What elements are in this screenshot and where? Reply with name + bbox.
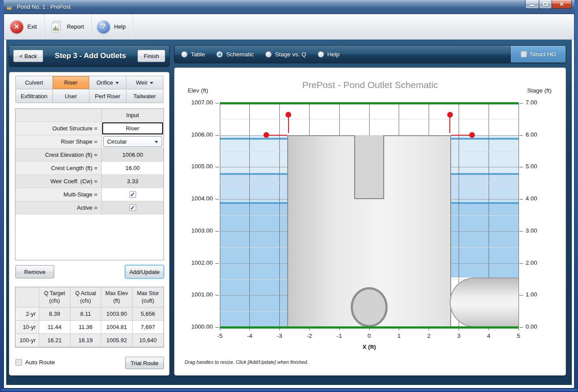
outlet-tab-orifice[interactable]: Orifice — [89, 76, 126, 89]
close-button[interactable]: ✕ — [552, 0, 572, 9]
left-axis-label: 1005.00 — [185, 163, 213, 170]
drag-handle[interactable] — [285, 112, 291, 118]
right-axis-tick — [519, 327, 523, 328]
results-value: 1005.92 — [101, 334, 133, 347]
x-axis-tick — [459, 328, 459, 330]
radio-icon — [181, 51, 188, 58]
finish-button[interactable]: Finish — [137, 50, 165, 62]
outlet-tab-riser[interactable]: Riser — [53, 76, 90, 89]
x-axis-label: 3 — [450, 333, 467, 339]
view-radios: TableSchematicStage vs. QHelp — [174, 51, 340, 58]
results-column-header: Q Actual(cfs) — [70, 287, 102, 307]
x-axis-tick — [369, 328, 370, 330]
outlet-tab-weir[interactable]: Weir — [126, 76, 163, 89]
input-label: Weir Coeff. (Cw) = — [15, 175, 102, 188]
x-axis-label: 1 — [390, 333, 408, 339]
right-axis-label: 1.00 — [526, 291, 548, 298]
x-axis-tick — [220, 328, 220, 330]
struct-hg-checkbox[interactable] — [521, 51, 527, 57]
drag-handle[interactable] — [263, 132, 269, 138]
auto-route-checkbox[interactable] — [15, 359, 22, 366]
remove-button[interactable]: Remove — [15, 265, 54, 278]
view-radio-help[interactable]: Help — [318, 51, 340, 58]
left-axis-label: 1006.00 — [185, 131, 213, 138]
right-axis-tick — [519, 295, 523, 296]
results-value: 11.44 — [39, 321, 70, 334]
left-axis-tick — [215, 295, 219, 296]
wizard-title: Step 3 - Add Outlets — [55, 52, 126, 60]
help-button[interactable]: ? Help — [92, 14, 133, 39]
input-header-row: Input — [15, 109, 163, 122]
x-axis-tick — [339, 328, 340, 330]
input-row-active: Active =✓ — [15, 201, 163, 214]
input-checkbox[interactable]: ✓ — [130, 191, 136, 198]
results-column-header: Q Target(cfs) — [39, 287, 70, 307]
right-axis-label: 6.00 — [526, 131, 548, 138]
input-table: InputOutlet Structure =RiserRiser Shape … — [15, 108, 164, 260]
trial-route-button[interactable]: Trial Route — [125, 357, 164, 369]
add-update-button[interactable]: Add/Update — [125, 265, 164, 278]
outlet-tab-perf-riser[interactable]: Perf Riser — [89, 89, 126, 103]
content-frame: < Back Step 3 - Add Outlets Finish Culve… — [4, 40, 574, 388]
toolbar: ✕ Exit Report ? Help — [4, 14, 574, 40]
right-axis-tick — [519, 263, 523, 264]
x-axis-label: -4 — [241, 333, 259, 339]
outlet-tab-user[interactable]: User — [53, 89, 90, 103]
input-row-crest-length-ft: Crest Length (ft) =16.00 — [15, 162, 163, 175]
water-layer — [220, 202, 287, 327]
left-axis-label: 1002.00 — [185, 259, 213, 266]
x-axis-label: 2 — [420, 333, 438, 339]
x-axis-tick — [519, 328, 519, 330]
results-header-blank — [15, 287, 39, 307]
input-value-field[interactable]: ✓ — [102, 188, 163, 201]
view-radio-schematic[interactable]: Schematic — [216, 51, 254, 58]
input-value-field[interactable]: Riser — [102, 122, 163, 135]
input-label: Crest Length (ft) = — [15, 162, 102, 174]
input-value-field[interactable]: 3.33 — [102, 175, 163, 188]
results-value: 1003.90 — [101, 307, 133, 321]
x-axis-caption: X (ft) — [220, 344, 519, 350]
minimize-button[interactable] — [525, 0, 539, 9]
water-surface-band — [451, 173, 519, 175]
left-axis-label: 1003.00 — [185, 227, 213, 234]
app-icon — [5, 4, 13, 11]
input-value-field[interactable]: Circular — [102, 135, 163, 148]
selected-cell[interactable]: Riser — [102, 122, 163, 134]
right-axis-tick — [519, 199, 523, 200]
right-axis-tick — [519, 103, 523, 104]
view-bar: TableSchematicStage vs. QHelp Struct HG — [174, 45, 566, 63]
riser-shape-dropdown[interactable]: Circular — [103, 136, 162, 147]
input-row-outlet-structure: Outlet Structure =Riser — [15, 122, 163, 135]
exit-button[interactable]: ✕ Exit — [5, 14, 44, 39]
results-value: 8.11 — [70, 307, 102, 321]
input-value-field[interactable]: 16.00 — [102, 162, 163, 174]
report-icon — [50, 20, 63, 33]
view-radio-stage-vs-q[interactable]: Stage vs. Q — [265, 51, 306, 58]
drag-handle[interactable] — [447, 112, 453, 118]
back-button[interactable]: < Back — [13, 50, 43, 62]
left-axis-tick — [215, 263, 219, 264]
gridline-minor — [220, 119, 519, 119]
input-label: Riser Shape = — [15, 135, 102, 148]
outlet-tab-exfiltration[interactable]: Exfiltration — [16, 89, 53, 103]
view-radio-table[interactable]: Table — [181, 51, 205, 58]
outlet-tab-culvert[interactable]: Culvert — [16, 76, 53, 89]
outlet-tab-tailwater[interactable]: Tailwater — [126, 89, 163, 103]
top-boundary-line — [220, 102, 519, 104]
results-value: 10,640 — [133, 334, 164, 347]
input-checkbox[interactable]: ✓ — [130, 204, 136, 211]
auto-route-label: Auto Route — [25, 359, 55, 366]
input-value-field[interactable]: ✓ — [102, 201, 163, 214]
x-axis-label: 0 — [360, 333, 378, 339]
input-value-field[interactable]: 1006.00 — [102, 148, 163, 161]
water-surface-band — [220, 173, 287, 175]
handle-line — [449, 117, 450, 133]
input-row-multi-stage: Multi-Stage =✓ — [15, 188, 163, 201]
outlet-panel: CulvertRiserOrificeWeirExfiltrationUserP… — [9, 72, 170, 376]
struct-hg-toggle[interactable]: Struct HG — [511, 46, 566, 63]
chart-footnote: Drag handles to resize. Click [Add/Updat… — [185, 359, 308, 365]
radio-icon — [216, 51, 223, 58]
maximize-button[interactable] — [539, 0, 552, 9]
report-button[interactable]: Report — [44, 14, 92, 39]
right-axis-tick — [519, 231, 523, 232]
